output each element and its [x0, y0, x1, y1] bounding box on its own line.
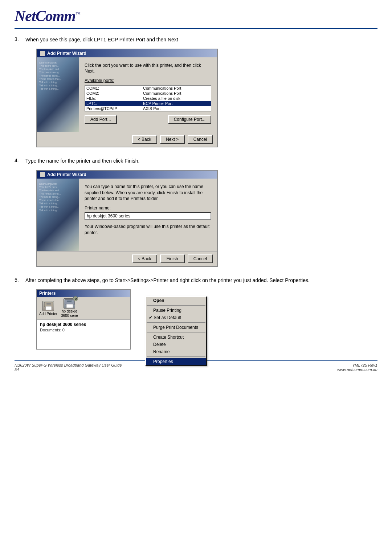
wizard-2-desc: You can type a name for this printer, or…: [85, 184, 211, 202]
ports-table: COM1:Communications Port COM2:Communicat…: [85, 86, 211, 111]
step-3-text: When you see this page, click LPT1 ECP P…: [25, 36, 178, 44]
context-menu-pause[interactable]: Pause Printing: [146, 307, 206, 314]
printer-doc-count: Documents: 0: [40, 328, 127, 332]
wizard-2-body: Dear Margarita:This field's prev...The t…: [37, 179, 217, 251]
wizard-2-title: Add Printer Wizard: [47, 172, 86, 177]
footer-page-number: 54: [15, 367, 122, 372]
wizard-2-content: You can type a name for this printer, or…: [79, 179, 217, 251]
wizard-1-titlebar: Add Printer Wizard: [37, 49, 217, 57]
add-port-row: Add Port... Configure Port...: [85, 115, 211, 124]
footer-left: NB620W Super-G Wireless Broadband Gatewa…: [15, 363, 122, 372]
gear-overlay-icon: ⚙: [73, 296, 78, 301]
svg-rect-2: [46, 303, 51, 305]
add-printer-icon: [42, 301, 54, 311]
context-menu-properties[interactable]: Properties: [146, 358, 206, 365]
step-3-header: 3. When you see this page, click LPT1 EC…: [15, 36, 377, 44]
step-4-number: 4.: [15, 158, 25, 163]
printers-title-text: Printers: [39, 291, 56, 296]
svg-rect-5: [67, 301, 72, 302]
context-menu-sep-3: [147, 332, 205, 332]
step-4-header: 4. Type the name for the printer and the…: [15, 158, 377, 165]
step-5-number: 5.: [15, 277, 25, 283]
step-5: 5. After completing the above steps, go …: [15, 277, 377, 350]
step-4: 4. Type the name for the printer and the…: [15, 158, 377, 267]
wizard-2-titlebar-icon: [40, 172, 45, 177]
wizard-2-back-button[interactable]: < Back: [132, 254, 157, 263]
wizard-1-body: Dear Margarita:This field's prev...The t…: [37, 57, 217, 132]
wizard-2-note: Your Windows-based programs will use thi…: [85, 224, 211, 236]
wizard-1-buttons: < Back Next > Cancel: [37, 132, 217, 147]
footer-right: YML725 Rev1 www.netcomm.com.au: [337, 363, 377, 372]
ports-list[interactable]: COM1:Communications Port COM2:Communicat…: [85, 85, 211, 111]
logo-tm: ™: [75, 11, 80, 17]
add-printer-label: Add Printer: [39, 312, 57, 316]
context-menu-open[interactable]: Open: [146, 297, 206, 304]
context-menu-delete[interactable]: Delete: [146, 341, 206, 348]
wizard-1-next-button[interactable]: Next >: [160, 135, 185, 144]
context-menu-sep-1: [147, 305, 205, 306]
wizard-1-section-title: Available ports:: [85, 78, 211, 83]
svg-point-6: [72, 301, 73, 302]
wizard-2-sidebar: Dear Margarita:This field's prev...The t…: [37, 179, 79, 251]
step-5-header: 5. After completing the above steps, go …: [15, 277, 377, 284]
configure-port-button[interactable]: Configure Port...: [168, 115, 211, 124]
wizard-1-desc: Click the port you want to use with this…: [85, 62, 211, 75]
context-menu-rename[interactable]: Rename: [146, 348, 206, 355]
step-3-number: 3.: [15, 36, 25, 42]
wizard-1-cancel-button[interactable]: Cancel: [188, 135, 213, 144]
logo-area: NetComm™: [15, 7, 377, 29]
svg-rect-1: [46, 306, 52, 310]
wizard-1-sidebar: Dear Margarita:This field's prev...The t…: [37, 57, 79, 132]
printer-list-item[interactable]: hp deskjet 3600 series: [40, 322, 127, 327]
context-menu-sep-2: [147, 322, 205, 323]
wizard-2-sidebar-text: Dear Margarita:This field's prev...The t…: [39, 182, 75, 212]
printers-toolbar: Add Printer: [37, 297, 130, 320]
port-row-file[interactable]: FILE:Creates a file on disk: [85, 96, 211, 101]
add-printer-svg: [43, 301, 54, 311]
wizard-titlebar-icon: [40, 51, 45, 56]
wizard-sidebar-text: Dear Margarita:This field's prev...The t…: [39, 61, 75, 91]
step-5-text: After completing the above steps, go to …: [25, 277, 310, 284]
wizard-2-buttons: < Back Finish Cancel: [37, 251, 217, 266]
printer-name-label: Printer name:: [85, 205, 211, 211]
wizard-2-cancel-button[interactable]: Cancel: [188, 254, 213, 263]
footer-revision: YML725 Rev1: [337, 363, 377, 367]
hp-deskjet-icon-area[interactable]: ⚙ hp deskje3600 serie: [61, 298, 78, 318]
add-printer-icon-area[interactable]: Add Printer: [39, 301, 57, 316]
add-port-button[interactable]: Add Port...: [85, 115, 117, 124]
port-row-com1[interactable]: COM1:Communications Port: [85, 86, 211, 91]
footer-guide-title: NB620W Super-G Wireless Broadband Gatewa…: [15, 363, 122, 367]
wizard-sidebar-image: Dear Margarita:This field's prev...The t…: [37, 57, 79, 132]
context-menu: Open Pause Printing ✔ Set as Default Pur…: [145, 296, 207, 366]
context-menu-shortcut[interactable]: Create Shortcut: [146, 334, 206, 341]
port-row-tcpip[interactable]: Printers@TCP/IPAXIS Port: [85, 106, 211, 111]
wizard-1-content: Click the port you want to use with this…: [79, 57, 217, 132]
wizard-2-titlebar: Add Printer Wizard: [37, 171, 217, 179]
printers-area: Printers Add Printer: [36, 289, 247, 350]
footer-website: www.netcomm.com.au: [337, 367, 377, 372]
brand-logo: NetComm™: [15, 8, 80, 24]
step-4-text: Type the name for the printer and then c…: [25, 158, 139, 165]
port-row-lpt1[interactable]: LPT1:ECP Printer Port: [85, 101, 211, 106]
step-3: 3. When you see this page, click LPT1 EC…: [15, 36, 377, 147]
printers-content: hp deskjet 3600 series Documents: 0: [37, 320, 130, 349]
printer-name-input[interactable]: [85, 212, 211, 220]
hp-deskjet-label: hp deskje3600 serie: [61, 309, 78, 318]
printers-titlebar: Printers: [37, 290, 130, 297]
add-printer-wizard-1: Add Printer Wizard Dear Margarita:This f…: [36, 49, 218, 148]
svg-rect-4: [66, 304, 73, 308]
port-row-com2[interactable]: COM2:Communications Port: [85, 91, 211, 96]
context-menu-purge[interactable]: Purge Print Documents: [146, 324, 206, 331]
wizard-2-finish-button[interactable]: Finish: [160, 254, 185, 263]
printers-window: Printers Add Printer: [36, 289, 131, 350]
logo-text: NetComm: [15, 8, 75, 24]
wizard-1-title: Add Printer Wizard: [47, 51, 86, 56]
context-menu-default[interactable]: ✔ Set as Default: [146, 314, 206, 321]
add-printer-wizard-2: Add Printer Wizard Dear Margarita:This f…: [36, 170, 218, 267]
context-menu-sep-4: [147, 356, 205, 357]
wizard-1-back-button[interactable]: < Back: [132, 135, 157, 144]
wizard-2-sidebar-image: Dear Margarita:This field's prev...The t…: [37, 179, 79, 251]
